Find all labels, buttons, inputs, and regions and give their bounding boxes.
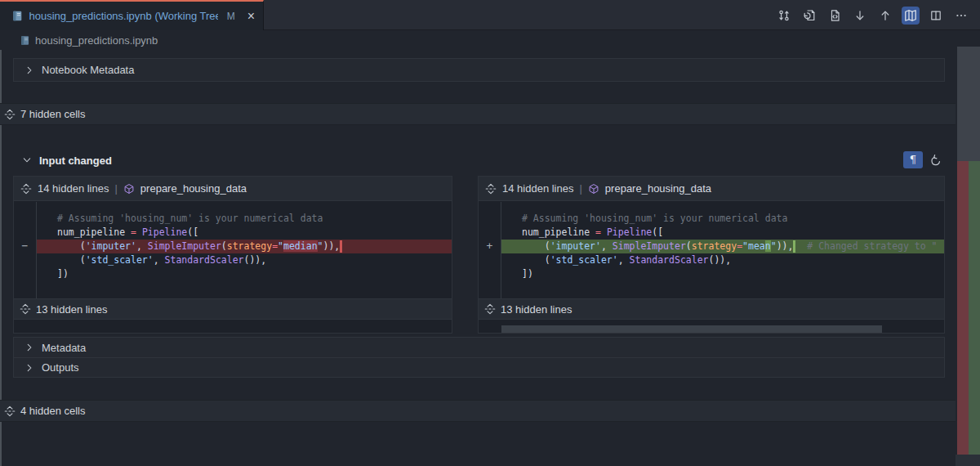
unfold-icon (4, 109, 16, 120)
code-line-ctx[interactable]: # Assuming 'housing_num' is your numeric… (479, 212, 944, 226)
file-code-icon (828, 9, 841, 22)
split-editor-button[interactable] (927, 7, 945, 25)
diff-pane-original: 14 hidden lines | prepare_housing_data #… (13, 176, 452, 334)
header-separator: | (579, 182, 581, 195)
scrollbar-corner (956, 455, 980, 466)
hidden-cells-top-strip[interactable]: 7 hidden cells (0, 103, 956, 125)
diff-gutter-sign: + (479, 240, 501, 253)
hidden-lines-count: 13 hidden lines (501, 303, 572, 316)
map-icon (904, 9, 917, 22)
revert-file-button[interactable] (800, 7, 818, 25)
notebook-metadata-label: Notebook Metadata (42, 64, 134, 76)
notebook-icon (11, 10, 23, 22)
vertical-scrollbar[interactable] (957, 47, 980, 161)
diff-gutter-sign: − (14, 240, 36, 253)
symbol-name: prepare_housing_data (605, 182, 711, 195)
outputs-label: Outputs (42, 361, 79, 374)
section-notebook-metadata: Notebook Metadata (13, 58, 945, 82)
unfold-icon (4, 406, 16, 417)
section-input-changed-title: Input changed (39, 155, 112, 167)
original-hidden-lines-footer[interactable]: 13 hidden lines (14, 298, 452, 320)
revert-change-button[interactable] (927, 151, 945, 168)
gutter-separator (501, 202, 501, 298)
arrow-up-icon (879, 9, 892, 22)
diff-gutter-sign (479, 253, 501, 267)
modified-code[interactable]: # Assuming 'housing_num' is your numeric… (479, 202, 944, 281)
diff-gutter-sign (479, 212, 501, 226)
overview-ruler-additions (969, 161, 980, 455)
tab-housing-predictions-working-tree[interactable]: housing_predictions.ipynb (Working Tree)… (0, 0, 264, 30)
metadata-row[interactable]: Metadata (14, 338, 944, 357)
split-editor-icon (929, 9, 942, 22)
hidden-cells-bottom-label: 4 hidden cells (20, 405, 86, 417)
unfold-icon (20, 303, 31, 315)
compare-changes-button[interactable] (775, 7, 793, 25)
hidden-lines-count: 13 hidden lines (36, 303, 107, 316)
unfold-icon (484, 303, 496, 315)
git-modified-badge: M (227, 11, 235, 22)
diff-gutter-sign (14, 267, 36, 281)
more-actions-button[interactable] (952, 7, 970, 25)
section-cell-details: Metadata Outputs (13, 337, 945, 378)
notebook-metadata-row[interactable]: Notebook Metadata (14, 59, 944, 81)
open-file-button[interactable] (826, 7, 844, 25)
notebook-icon (20, 35, 30, 46)
editor-actions (775, 0, 970, 30)
diff-gutter-sign (479, 226, 501, 240)
header-separator: | (114, 182, 117, 195)
diff-gutter-sign (14, 226, 36, 240)
metadata-label: Metadata (42, 342, 86, 354)
code-line-ctx[interactable]: ('std_scaler', StandardScaler()), (14, 253, 452, 267)
code-line-ctx[interactable]: ('std_scaler', StandardScaler()), (479, 253, 944, 267)
file-revert-icon (803, 9, 816, 22)
hidden-lines-count: 14 hidden lines (38, 182, 109, 195)
overview-ruler-deletions (957, 161, 969, 455)
code-line-ctx[interactable]: num_pipeline = Pipeline([ (479, 226, 944, 240)
code-line-ctx[interactable]: ]) (479, 267, 944, 281)
code-line-del[interactable]: − ('imputer', SimpleImputer(strategy="me… (14, 240, 452, 253)
tab-bar: housing_predictions.ipynb (Working Tree)… (0, 0, 980, 30)
discard-icon (929, 154, 942, 167)
symbol-name: prepare_housing_data (140, 182, 247, 195)
hidden-lines-count: 14 hidden lines (502, 182, 573, 195)
toggle-map-button[interactable] (902, 7, 920, 25)
code-line-ctx[interactable]: ]) (14, 267, 452, 281)
chevron-right-icon (24, 65, 35, 76)
unfold-icon (485, 183, 497, 195)
breadcrumb: housing_predictions.ipynb (0, 30, 980, 50)
next-change-button[interactable] (851, 7, 869, 25)
previous-change-button[interactable] (876, 7, 894, 25)
chevron-right-icon (24, 342, 35, 353)
symbol-method-icon (123, 183, 135, 195)
close-icon[interactable]: × (247, 10, 255, 23)
code-line-ctx[interactable]: # Assuming 'housing_num' is your numeric… (14, 212, 452, 226)
code-line-add[interactable]: + ('imputer', SimpleImputer(strategy="me… (479, 240, 944, 253)
input-changed-actions: ¶ (903, 151, 945, 168)
arrow-down-icon (853, 9, 866, 22)
git-compare-icon (777, 9, 791, 22)
section-input-changed-header[interactable]: Input changed ¶ (13, 148, 945, 173)
notebook-diff-editor: housing_predictions.ipynb (Working Tree)… (0, 0, 980, 466)
symbol-method-icon (588, 183, 599, 195)
chevron-right-icon (24, 362, 35, 374)
modified-hidden-lines-footer[interactable]: 13 hidden lines (479, 298, 944, 320)
breadcrumb-item-file[interactable]: housing_predictions.ipynb (35, 34, 158, 47)
gutter-separator (36, 202, 37, 298)
tab-title: housing_predictions.ipynb (Working Tree) (29, 10, 217, 22)
code-line-ctx[interactable]: num_pipeline = Pipeline([ (14, 226, 452, 240)
diff-gutter-sign (479, 267, 501, 281)
diff-pane-modified: 14 hidden lines | prepare_housing_data #… (478, 176, 945, 334)
hidden-cells-bottom-strip[interactable]: 4 hidden cells (0, 400, 956, 422)
diff-gutter-sign (14, 253, 36, 267)
more-actions-icon (955, 9, 968, 22)
hidden-cells-top-label: 7 hidden cells (20, 108, 86, 120)
toggle-whitespace-button[interactable]: ¶ (903, 151, 923, 168)
original-hidden-lines-header[interactable]: 14 hidden lines | prepare_housing_data (14, 177, 452, 201)
outputs-row[interactable]: Outputs (14, 357, 944, 377)
original-code[interactable]: # Assuming 'housing_num' is your numeric… (14, 202, 452, 281)
horizontal-scrollbar[interactable] (501, 325, 882, 334)
chevron-down-icon (21, 155, 33, 166)
unfold-icon (20, 183, 32, 195)
diff-gutter-sign (14, 212, 36, 226)
modified-hidden-lines-header[interactable]: 14 hidden lines | prepare_housing_data (479, 177, 944, 201)
